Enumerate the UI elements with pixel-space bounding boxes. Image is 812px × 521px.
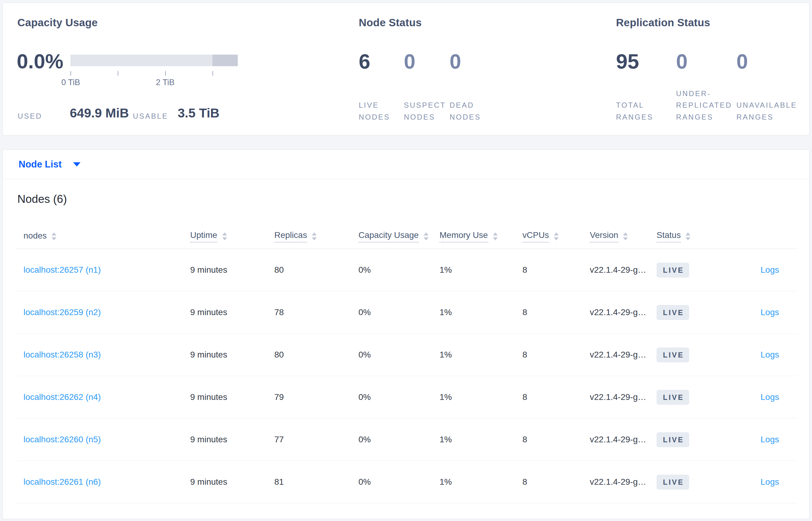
node-link[interactable]: localhost:26262 (n4)	[23, 392, 101, 402]
cluster-overview-page: Capacity Usage 0.0% 0 TiB 2 TiB USED 649…	[0, 0, 812, 521]
replication-status-title: Replication Status	[616, 16, 710, 29]
memory-cell: 1%	[439, 308, 522, 317]
stat-live-nodes: 6 LIVE NODES	[359, 51, 401, 123]
capacity-axis-label: 2 TiB	[156, 78, 175, 87]
sort-icon	[686, 232, 690, 240]
chevron-down-icon	[73, 162, 80, 166]
node-status-panel: Node Status 6 LIVE NODES 0 SUSPECT NODES…	[358, 3, 589, 135]
capacity-axis-tick	[118, 71, 118, 76]
column-header-uptime[interactable]: Uptime	[190, 230, 274, 243]
capacity-usage-title: Capacity Usage	[17, 16, 98, 29]
capacity-cell: 0%	[358, 308, 439, 317]
vcpus-cell: 8	[522, 308, 590, 317]
node-link[interactable]: localhost:26257 (n1)	[23, 265, 101, 274]
table-row: localhost:26262 (n4) 9 minutes 79 0% 1% …	[16, 376, 797, 418]
capacity-cell: 0%	[358, 392, 439, 402]
table-row: localhost:26258 (n3) 9 minutes 80 0% 1% …	[16, 334, 797, 376]
usable-value: 3.5 TiB	[178, 106, 219, 120]
table-row: localhost:26257 (n1) 9 minutes 80 0% 1% …	[16, 249, 797, 291]
column-header-status[interactable]: Status	[656, 230, 727, 243]
stat-under-replicated-ranges: 0 UNDER-REPLICATED RANGES	[676, 51, 735, 123]
logs-link[interactable]: Logs	[761, 392, 779, 402]
sort-icon	[51, 232, 56, 240]
capacity-axis-tick	[212, 71, 213, 76]
status-badge: LIVE	[656, 432, 689, 447]
node-link[interactable]: localhost:26259 (n2)	[23, 308, 101, 317]
memory-cell: 1%	[439, 350, 522, 360]
capacity-cell: 0%	[358, 350, 439, 360]
table-row: localhost:26259 (n2) 9 minutes 78 0% 1% …	[16, 291, 797, 334]
column-header-vcpus[interactable]: vCPUs	[522, 230, 590, 243]
stat-total-ranges: 95 TOTAL RANGES	[616, 51, 665, 123]
logs-link[interactable]: Logs	[761, 435, 779, 444]
version-cell: v22.1.4-29-g…	[590, 392, 656, 402]
stat-unavailable-ranges: 0 UNAVAILABLE RANGES	[736, 51, 802, 123]
logs-link[interactable]: Logs	[761, 350, 779, 359]
uptime-cell: 9 minutes	[190, 435, 274, 445]
column-header-nodes[interactable]: nodes	[16, 231, 190, 242]
stat-label: UNAVAILABLE RANGES	[736, 99, 802, 123]
node-list-dropdown-label: Node List	[19, 159, 62, 170]
stat-label: TOTAL RANGES	[616, 99, 665, 123]
table-header-row: nodes Uptime Replicas Capacity Usage Mem…	[16, 224, 797, 249]
stat-value: 0	[450, 51, 495, 72]
sort-icon	[554, 232, 559, 240]
node-link[interactable]: localhost:26260 (n5)	[23, 435, 101, 444]
replicas-cell: 80	[274, 350, 358, 360]
capacity-axis-tick	[70, 71, 71, 76]
node-link[interactable]: localhost:26258 (n3)	[23, 350, 101, 359]
vcpus-cell: 8	[522, 477, 590, 487]
version-cell: v22.1.4-29-g…	[590, 477, 656, 487]
column-header-capacity-usage[interactable]: Capacity Usage	[358, 230, 439, 243]
uptime-cell: 9 minutes	[190, 308, 274, 317]
replicas-cell: 81	[274, 477, 358, 487]
capacity-usage-bar	[70, 54, 238, 66]
nodes-title: Nodes (6)	[17, 192, 797, 206]
vcpus-cell: 8	[522, 435, 590, 445]
stat-label: LIVE NODES	[359, 99, 401, 123]
node-link[interactable]: localhost:26261 (n6)	[23, 477, 101, 486]
node-list-dropdown[interactable]: Node List	[19, 159, 80, 170]
replicas-cell: 78	[274, 308, 358, 317]
capacity-cell: 0%	[358, 477, 439, 487]
capacity-axis-labels: 0 TiB 2 TiB	[70, 78, 238, 88]
memory-cell: 1%	[439, 435, 522, 445]
capacity-axis-tick	[165, 71, 166, 76]
summary-card: Capacity Usage 0.0% 0 TiB 2 TiB USED 649…	[2, 2, 810, 135]
uptime-cell: 9 minutes	[190, 265, 274, 275]
uptime-cell: 9 minutes	[190, 350, 274, 360]
version-cell: v22.1.4-29-g…	[590, 265, 656, 275]
view-selector-strip: Node List	[3, 150, 809, 179]
stat-value: 6	[359, 51, 401, 72]
logs-link[interactable]: Logs	[761, 308, 779, 317]
sort-icon	[222, 232, 227, 240]
nodes-card: Node List Nodes (6) nodes Uptime Replica…	[2, 150, 810, 519]
stat-value: 0	[404, 51, 448, 72]
status-badge: LIVE	[656, 263, 689, 277]
capacity-usage-panel: Capacity Usage 0.0% 0 TiB 2 TiB USED 649…	[16, 3, 339, 135]
stat-value: 95	[616, 51, 665, 72]
stat-value: 0	[736, 51, 802, 72]
column-header-version[interactable]: Version	[590, 230, 656, 243]
table-row: localhost:26261 (n6) 9 minutes 81 0% 1% …	[16, 461, 797, 503]
replicas-cell: 77	[274, 435, 358, 445]
stat-label: UNDER-REPLICATED RANGES	[676, 88, 735, 123]
sort-icon	[312, 232, 317, 240]
stat-label: DEAD NODES	[450, 99, 495, 123]
vcpus-cell: 8	[522, 265, 590, 275]
column-header-replicas[interactable]: Replicas	[274, 230, 358, 243]
capacity-cell: 0%	[358, 265, 439, 275]
uptime-cell: 9 minutes	[190, 477, 274, 487]
logs-link[interactable]: Logs	[761, 265, 779, 274]
stat-label: SUSPECT NODES	[404, 99, 448, 123]
uptime-cell: 9 minutes	[190, 392, 274, 402]
logs-link[interactable]: Logs	[761, 477, 779, 486]
stat-suspect-nodes: 0 SUSPECT NODES	[404, 51, 448, 123]
status-badge: LIVE	[656, 347, 689, 362]
memory-cell: 1%	[439, 477, 522, 487]
capacity-cell: 0%	[358, 435, 439, 445]
replicas-cell: 79	[274, 392, 358, 402]
capacity-axis-ticks	[70, 71, 238, 76]
node-status-title: Node Status	[359, 16, 422, 29]
column-header-memory-use[interactable]: Memory Use	[439, 230, 522, 243]
